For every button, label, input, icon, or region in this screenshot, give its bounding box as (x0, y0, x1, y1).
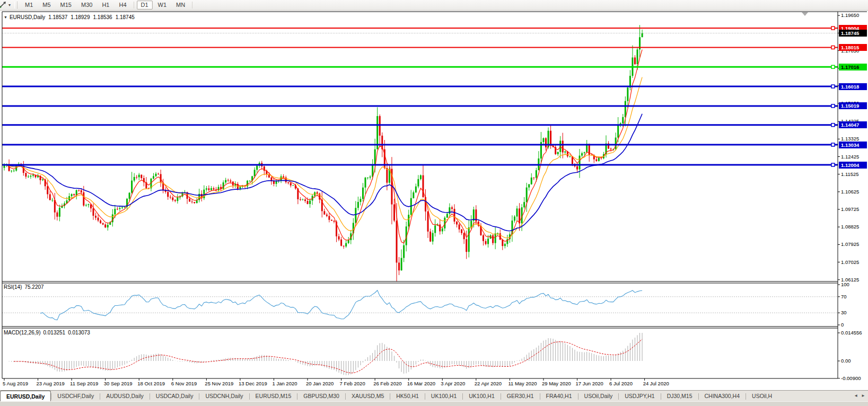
date-axis-label: 11 May 2020 (508, 381, 537, 386)
chart-tab-usdchf-daily[interactable]: USDCHF,Daily (51, 391, 100, 402)
chart-tab-uk100-h1[interactable]: UK100,H1 (425, 391, 462, 402)
rsi-name: RSI(14) (4, 284, 22, 290)
date-axis-label: 13 Dec 2019 (239, 381, 267, 386)
rsi-axis-tick: 100 (841, 282, 849, 287)
tab-scroll-left-icon[interactable]: ◄ (854, 393, 858, 398)
current-price-badge: 1.18745 (839, 30, 867, 37)
date-axis-label: 22 Apr 2020 (475, 381, 502, 386)
tab-scroll-right-icon[interactable]: ► (861, 393, 865, 398)
macd-signal-value: 0.013073 (68, 330, 90, 336)
chart-tab-xauusd-m5[interactable]: XAUUSD,M5 (346, 391, 390, 402)
chart-tab-ger30-h1[interactable]: GER30,H1 (501, 391, 540, 402)
date-axis-label: 11 Sep 2019 (70, 381, 98, 386)
price-axis-tick: 1.11525 (841, 172, 859, 177)
price-axis-tick: 1.09725 (841, 207, 859, 212)
rsi-axis-tick: 0 (841, 322, 844, 328)
chart-tab-usoil-daily[interactable]: USOil,Daily (578, 391, 619, 402)
timeframe-button-mn[interactable]: MN (172, 1, 189, 10)
chart-tab-fra40-h1[interactable]: FRA40,H1 (540, 391, 578, 402)
dropdown-arrow-icon: ▾ (8, 3, 11, 7)
price-axis-tick: 1.08825 (841, 224, 859, 230)
date-axis-label: 25 Nov 2019 (205, 381, 233, 386)
date-axis-label: 30 Sep 2019 (104, 381, 133, 386)
timeframe-button-h4[interactable]: H4 (115, 1, 130, 10)
timeframe-button-h1[interactable]: H1 (98, 1, 113, 10)
timeframe-button-m1[interactable]: M1 (21, 1, 37, 10)
price-level-badge: 1.12004 (839, 162, 867, 169)
chart-tab-china300-h4[interactable]: CHINA300,H4 (699, 391, 746, 402)
macd-indicator-title: MACD(12,26,9)0.0132510.013073 (4, 330, 90, 336)
price-level-badge: 1.14047 (839, 121, 867, 128)
chart-tab-gbpusd-m30[interactable]: GBPUSD,M30 (297, 391, 345, 402)
price-level-badge: 1.15019 (839, 102, 867, 109)
date-axis-label: 1 Jan 2020 (272, 381, 297, 386)
chart-tab-usoil-h[interactable]: USOil,H (746, 391, 778, 402)
rsi-axis-tick: 30 (841, 310, 847, 315)
date-axis-label: 16 Mar 2020 (407, 381, 435, 386)
toolbar-grip (14, 2, 17, 8)
tab-scroll-arrows: ◄ ► (850, 391, 867, 401)
chart-tab-dj30-m15[interactable]: DJ30,M15 (661, 391, 698, 402)
status-strip (0, 401, 868, 406)
date-axis-label: 6 Jul 2020 (609, 381, 633, 386)
timeframe-button-w1[interactable]: W1 (154, 1, 171, 10)
toolbar-separator (192, 2, 192, 8)
chart-tab-usdjpy-h1[interactable]: USDJPY,H1 (619, 391, 660, 402)
price-axis-tick: 1.12425 (841, 154, 859, 160)
macd-name: MACD(12,26,9) (4, 330, 40, 336)
timeframe-button-m30[interactable]: M30 (77, 1, 97, 10)
timeframe-button-m15[interactable]: M15 (56, 1, 76, 10)
mt4-window: ▾ M1M5M15M30H1H4D1W1MN ▼EURUSD,Daily1.18… (0, 0, 868, 406)
chart-tab-uk100-h1[interactable]: UK100,H1 (463, 391, 500, 402)
date-axis-label: 26 Feb 2020 (373, 381, 401, 386)
chart-ohlc-header: ▼EURUSD,Daily1.185371.189291.185361.1874… (4, 14, 135, 20)
timeframe-button-group: M1M5M15M30H1H4D1W1MN (20, 1, 195, 10)
price-axis-tick: 1.07925 (841, 242, 859, 247)
crosshair-tool-button[interactable]: ▾ (0, 1, 12, 10)
date-axis-label: 17 Jun 2020 (576, 381, 603, 386)
date-axis-label: 5 Aug 2019 (3, 381, 28, 386)
rsi-indicator-title: RSI(14)75.2207 (4, 284, 44, 290)
ohlc-high: 1.18929 (71, 14, 90, 20)
ohlc-close: 1.18745 (116, 14, 135, 20)
ohlc-low: 1.18536 (93, 14, 112, 20)
chart-tab-bar: EURUSD,DailyUSDCHF,DailyAUDUSD,DailyUSDC… (0, 390, 868, 402)
crosshair-cursor-icon (0, 1, 7, 9)
price-axis-tick: 1.10625 (841, 189, 859, 195)
date-axis-label: 20 Jan 2020 (306, 381, 334, 386)
price-level-badge: 1.13034 (839, 142, 867, 148)
date-axis-label: 7 Feb 2020 (340, 381, 365, 386)
date-axis-label: 29 May 2020 (542, 381, 571, 386)
macd-axis-tick: -0.00900 (841, 376, 861, 381)
macd-axis-tick: 0.00 (841, 358, 851, 364)
chart-tab-audusd-daily[interactable]: AUDUSD,Daily (100, 391, 150, 402)
date-axis-label: 18 Oct 2019 (137, 381, 165, 386)
chart-tab-usdcad-daily[interactable]: USDCAD,Daily (150, 391, 199, 402)
price-level-badge: 1.18015 (839, 44, 867, 51)
chart-tab-usdcnh-daily[interactable]: USDCNH,Daily (199, 391, 249, 402)
date-axis-label: 6 Nov 2019 (171, 381, 197, 386)
date-axis-label: 24 Jul 2020 (643, 381, 669, 386)
price-level-badge: 1.16018 (839, 83, 867, 90)
rsi-axis-tick: 70 (841, 294, 847, 299)
price-chart-canvas (0, 11, 868, 390)
timeframe-button-m5[interactable]: M5 (38, 1, 55, 10)
chart-tab-hk50-h1[interactable]: HK50,H1 (390, 391, 425, 402)
chart-tab-eurusd-daily[interactable]: EURUSD,Daily (0, 391, 51, 402)
price-axis-tick: 1.19650 (841, 13, 859, 18)
date-axis-label: 23 Aug 2019 (37, 381, 65, 386)
macd-axis-tick: 0.014556 (841, 330, 862, 336)
toolbar-separator (134, 2, 134, 8)
ohlc-open: 1.18537 (48, 14, 67, 20)
macd-main-value: 0.013251 (43, 330, 65, 336)
toolbar: ▾ M1M5M15M30H1H4D1W1MN (0, 0, 868, 11)
price-axis-tick: 1.07025 (841, 260, 859, 265)
rsi-value: 75.2207 (24, 284, 43, 290)
chart-symbol-label: EURUSD,Daily (10, 14, 45, 20)
price-level-badge: 1.17016 (839, 64, 867, 70)
timeframe-button-d1[interactable]: D1 (137, 1, 153, 10)
collapse-arrow-icon[interactable]: ▼ (4, 15, 7, 19)
date-axis-label: 3 Apr 2020 (441, 381, 465, 386)
chart-tab-eurusd-m15[interactable]: EURUSD,M15 (250, 391, 297, 402)
price-chart-area[interactable]: ▼EURUSD,Daily1.185371.189291.185361.1874… (0, 11, 868, 390)
